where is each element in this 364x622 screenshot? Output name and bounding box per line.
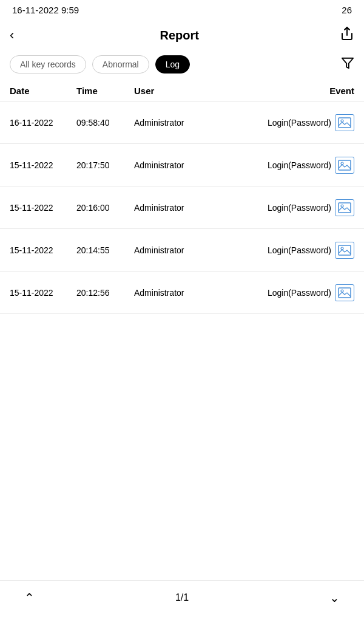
header-event: Event [201,86,354,96]
row-event-0: Login(Password) [201,118,335,128]
svg-rect-10 [339,288,351,298]
svg-point-7 [341,205,343,207]
row-user-4: Administrator [134,288,201,298]
filter-all-key-records[interactable]: All key records [10,55,86,73]
svg-point-9 [341,247,343,250]
row-event-1: Login(Password) [201,160,335,170]
row-thumbnail-2[interactable] [335,199,354,216]
row-thumbnail-0[interactable] [335,114,354,131]
table-row: 15-11-2022 20:16:00 Administrator Login(… [0,186,364,229]
prev-page-button[interactable]: ⌃ [24,590,35,605]
table-row: 15-11-2022 20:17:50 Administrator Login(… [0,144,364,186]
row-thumbnail-1[interactable] [335,157,354,174]
funnel-button[interactable] [341,56,354,73]
page-title: Report [160,29,198,43]
svg-rect-8 [339,245,351,255]
row-event-2: Login(Password) [201,203,335,213]
image-icon [338,117,351,128]
row-time-1: 20:17:50 [76,160,134,170]
svg-rect-4 [339,160,351,170]
row-date-3: 15-11-2022 [10,245,76,255]
table-body: 16-11-2022 09:58:40 Administrator Login(… [0,101,364,314]
next-page-button[interactable]: ⌄ [329,590,340,605]
back-button[interactable]: ‹ [10,25,19,46]
row-time-2: 20:16:00 [76,203,134,213]
row-user-2: Administrator [134,203,201,213]
bottom-nav: ⌃ 1/1 ⌄ [0,580,364,622]
header-date: Date [10,86,76,96]
row-time-3: 20:14:55 [76,245,134,255]
header-time: Time [76,86,134,96]
row-thumbnail-4[interactable] [335,284,354,301]
image-icon [338,245,351,256]
table-row: 16-11-2022 09:58:40 Administrator Login(… [0,101,364,144]
filter-log[interactable]: Log [155,55,190,73]
svg-point-11 [341,290,343,292]
row-event-3: Login(Password) [201,245,335,255]
row-event-4: Login(Password) [201,288,335,298]
status-bar: 16-11-2022 9:59 26 [0,0,364,20]
row-user-1: Administrator [134,160,201,170]
row-thumbnail-3[interactable] [335,242,354,259]
filter-row: All key records Abnormal Log [0,53,364,81]
svg-marker-1 [342,58,353,68]
header-user: User [134,86,201,96]
row-time-4: 20:12:56 [76,288,134,298]
funnel-icon [341,56,354,70]
image-icon [338,202,351,213]
row-user-3: Administrator [134,245,201,255]
row-date-1: 15-11-2022 [10,160,76,170]
row-date-2: 15-11-2022 [10,203,76,213]
row-time-0: 09:58:40 [76,118,134,128]
page-indicator: 1/1 [175,592,189,603]
svg-rect-2 [339,118,351,128]
image-icon [338,287,351,298]
nav-bar: ‹ Report [0,20,364,53]
row-date-4: 15-11-2022 [10,288,76,298]
row-date-0: 16-11-2022 [10,118,76,128]
table-row: 15-11-2022 20:12:56 Administrator Login(… [0,272,364,314]
battery-indicator: 26 [342,5,352,15]
svg-point-3 [341,120,343,122]
svg-point-5 [341,162,343,165]
table-header: Date Time User Event [0,81,364,101]
share-button[interactable] [340,26,354,44]
filter-abnormal[interactable]: Abnormal [92,55,149,73]
svg-rect-6 [339,203,351,213]
image-icon [338,160,351,171]
table-row: 15-11-2022 20:14:55 Administrator Login(… [0,229,364,272]
row-user-0: Administrator [134,118,201,128]
share-icon [340,26,354,41]
status-time: 16-11-2022 9:59 [12,5,79,15]
